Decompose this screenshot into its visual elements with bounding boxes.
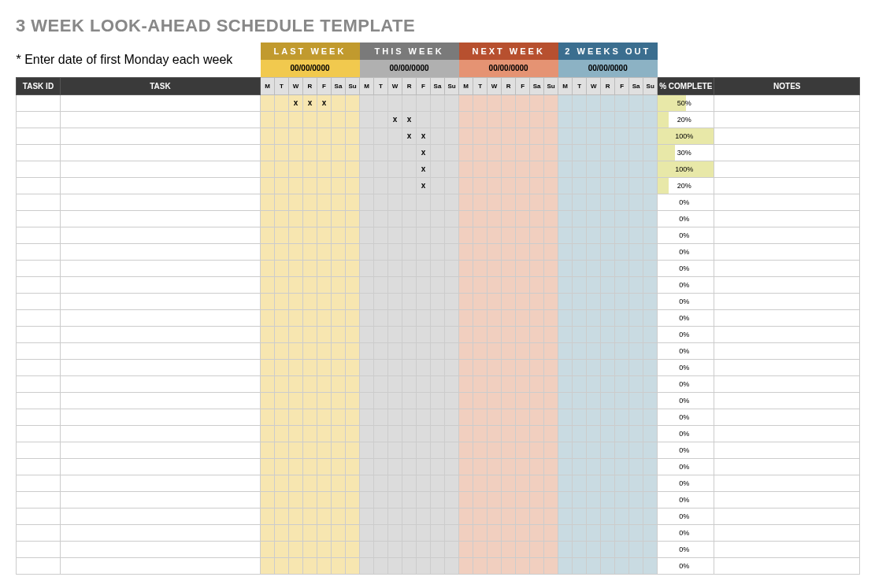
day-cell[interactable] <box>431 508 445 524</box>
day-cell[interactable] <box>544 94 558 111</box>
day-cell[interactable] <box>402 194 417 210</box>
notes-cell[interactable] <box>714 227 860 243</box>
day-cell[interactable] <box>417 309 431 326</box>
notes-cell[interactable] <box>714 425 860 442</box>
day-cell[interactable] <box>261 359 275 375</box>
day-cell[interactable] <box>431 309 445 326</box>
day-cell[interactable] <box>445 243 459 260</box>
day-cell[interactable] <box>374 326 388 342</box>
day-cell[interactable] <box>289 491 303 508</box>
day-cell[interactable] <box>601 491 615 508</box>
task-name-cell[interactable] <box>61 144 261 161</box>
day-cell[interactable] <box>544 375 558 392</box>
day-cell[interactable] <box>402 425 417 442</box>
pct-complete-cell[interactable]: 0% <box>658 557 714 574</box>
day-cell[interactable] <box>261 144 275 161</box>
day-cell[interactable] <box>601 541 615 557</box>
day-cell[interactable] <box>317 194 332 210</box>
task-name-cell[interactable] <box>61 326 261 342</box>
day-cell[interactable] <box>473 161 488 177</box>
day-cell[interactable] <box>332 94 346 111</box>
task-name-cell[interactable] <box>61 375 261 392</box>
day-cell[interactable] <box>445 342 459 359</box>
day-cell[interactable] <box>346 541 360 557</box>
notes-cell[interactable] <box>714 210 860 227</box>
day-cell[interactable] <box>360 557 374 574</box>
day-cell[interactable] <box>544 227 558 243</box>
day-cell[interactable] <box>601 392 615 409</box>
day-cell[interactable] <box>261 342 275 359</box>
day-cell[interactable] <box>431 442 445 458</box>
day-cell[interactable] <box>388 359 402 375</box>
task-name-cell[interactable] <box>61 128 261 144</box>
day-cell[interactable] <box>459 243 473 260</box>
day-cell[interactable] <box>317 541 332 557</box>
day-cell[interactable] <box>601 309 615 326</box>
task-name-cell[interactable] <box>61 541 261 557</box>
day-cell[interactable] <box>289 458 303 475</box>
day-cell[interactable] <box>417 227 431 243</box>
week-date-2[interactable]: 00/00/0000 <box>459 60 558 77</box>
day-cell[interactable] <box>445 458 459 475</box>
day-cell[interactable] <box>615 111 629 128</box>
day-cell[interactable] <box>346 293 360 309</box>
day-cell[interactable] <box>459 409 473 425</box>
day-cell[interactable] <box>402 442 417 458</box>
day-cell[interactable] <box>459 177 473 194</box>
day-cell[interactable] <box>261 111 275 128</box>
day-cell[interactable] <box>360 309 374 326</box>
day-cell[interactable] <box>388 309 402 326</box>
day-cell[interactable] <box>516 392 530 409</box>
day-cell[interactable] <box>275 194 289 210</box>
day-cell[interactable] <box>643 177 658 194</box>
day-cell[interactable] <box>502 293 516 309</box>
day-cell[interactable] <box>445 326 459 342</box>
day-cell[interactable] <box>317 508 332 524</box>
day-cell[interactable] <box>346 491 360 508</box>
day-cell[interactable]: x <box>388 111 402 128</box>
day-cell[interactable] <box>629 111 643 128</box>
day-cell[interactable] <box>502 524 516 541</box>
day-cell[interactable] <box>346 392 360 409</box>
day-cell[interactable] <box>530 144 544 161</box>
day-cell[interactable] <box>445 161 459 177</box>
day-cell[interactable] <box>289 342 303 359</box>
day-cell[interactable] <box>601 409 615 425</box>
day-cell[interactable] <box>473 144 488 161</box>
day-cell[interactable] <box>459 260 473 276</box>
day-cell[interactable] <box>530 94 544 111</box>
pct-complete-cell[interactable]: 0% <box>658 375 714 392</box>
day-cell[interactable] <box>303 111 317 128</box>
day-cell[interactable] <box>530 442 544 458</box>
day-cell[interactable] <box>360 260 374 276</box>
day-cell[interactable] <box>587 293 601 309</box>
day-cell[interactable] <box>374 425 388 442</box>
day-cell[interactable] <box>615 243 629 260</box>
day-cell[interactable] <box>558 541 573 557</box>
day-cell[interactable] <box>417 359 431 375</box>
day-cell[interactable] <box>346 243 360 260</box>
day-cell[interactable] <box>516 442 530 458</box>
day-cell[interactable] <box>459 392 473 409</box>
notes-cell[interactable] <box>714 359 860 375</box>
day-cell[interactable] <box>544 243 558 260</box>
day-cell[interactable] <box>473 128 488 144</box>
day-cell[interactable] <box>388 557 402 574</box>
day-cell[interactable] <box>615 392 629 409</box>
day-cell[interactable] <box>445 128 459 144</box>
notes-cell[interactable] <box>714 276 860 293</box>
day-cell[interactable] <box>402 243 417 260</box>
day-cell[interactable] <box>473 293 488 309</box>
day-cell[interactable] <box>317 359 332 375</box>
day-cell[interactable] <box>275 458 289 475</box>
day-cell[interactable] <box>459 458 473 475</box>
notes-cell[interactable] <box>714 524 860 541</box>
day-cell[interactable] <box>275 475 289 491</box>
notes-cell[interactable] <box>714 541 860 557</box>
day-cell[interactable] <box>502 309 516 326</box>
day-cell[interactable] <box>374 128 388 144</box>
day-cell[interactable] <box>445 508 459 524</box>
day-cell[interactable] <box>502 194 516 210</box>
day-cell[interactable] <box>445 260 459 276</box>
day-cell[interactable] <box>289 541 303 557</box>
